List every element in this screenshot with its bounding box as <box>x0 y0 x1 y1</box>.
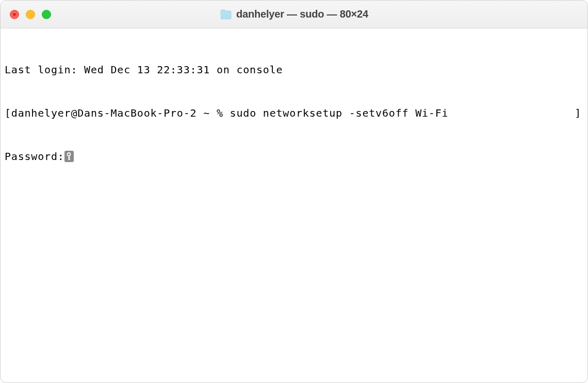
maximize-button[interactable] <box>42 10 51 19</box>
window-title: danhelyer — sudo — 80×24 <box>220 8 368 20</box>
svg-rect-2 <box>69 157 71 158</box>
close-button[interactable] <box>10 10 19 19</box>
prompt-left-bracket: [ <box>5 107 11 119</box>
prompt-right-bracket: ] <box>575 106 583 120</box>
svg-point-0 <box>68 153 71 156</box>
svg-rect-3 <box>69 159 71 160</box>
password-prompt-line: Password: <box>5 149 583 164</box>
key-icon <box>64 151 74 162</box>
last-login-line: Last login: Wed Dec 13 22:33:31 on conso… <box>5 62 583 77</box>
minimize-button[interactable] <box>26 10 35 19</box>
command-text: sudo networksetup -setv6off Wi-Fi <box>230 107 449 119</box>
command-prompt-line: [danhelyer@Dans-MacBook-Pro-2 ~ % sudo n… <box>5 106 583 120</box>
window-titlebar: danhelyer — sudo — 80×24 <box>1 1 587 28</box>
terminal-content[interactable]: Last login: Wed Dec 13 22:33:31 on conso… <box>1 28 587 183</box>
window-title-text: danhelyer — sudo — 80×24 <box>236 8 368 20</box>
password-label: Password: <box>5 149 64 164</box>
prompt-user-host: danhelyer@Dans-MacBook-Pro-2 ~ % <box>11 107 230 119</box>
traffic-lights <box>10 10 51 19</box>
folder-icon <box>220 9 232 20</box>
